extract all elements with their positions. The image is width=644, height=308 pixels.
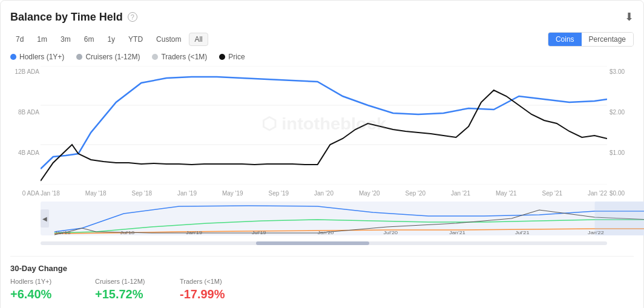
change-value-cruisers: +15.72%	[95, 287, 156, 301]
change-header-hodlers: Hodlers (1Y+)	[10, 278, 71, 285]
legend-traders: Traders (<1M)	[152, 53, 207, 61]
change-header-traders: Traders (<1M)	[180, 278, 240, 285]
balance-by-time-card: Balance by Time Held ? ⬇ 7d 1m 3m 6m 1y …	[0, 0, 644, 308]
mini-chart-area: ◀ Jan'18 Jul'18 Jan'19 Jul'19 Jan'20 Jul…	[41, 202, 644, 235]
x-label-jan18: Jan '18	[41, 190, 60, 197]
svg-text:Jul'21: Jul'21	[515, 230, 530, 235]
y-label-0: 0 ADA	[10, 190, 39, 197]
change-value-traders: -17.99%	[180, 287, 240, 301]
price-label: Price	[228, 53, 245, 61]
price-line	[41, 90, 607, 181]
hodlers-label: Hodlers (1Y+)	[19, 53, 64, 61]
main-chart-area: 12B ADA 8B ADA 4B ADA 0 ADA $3.00 $2.00 …	[10, 66, 634, 199]
view-btn-percentage[interactable]: Percentage	[582, 33, 633, 46]
svg-text:Jul'18: Jul'18	[120, 230, 135, 235]
scroll-track	[41, 241, 607, 245]
bottom-scrollbar[interactable]	[41, 239, 607, 247]
y-label-2: $2.00	[610, 109, 634, 116]
x-label-jan20: Jan '20	[314, 190, 334, 197]
traders-label: Traders (<1M)	[161, 53, 207, 61]
x-label-sep20: Sep '20	[406, 190, 426, 197]
main-chart-svg: ⬡ intotheblock	[41, 66, 607, 185]
help-icon[interactable]: ?	[128, 12, 137, 22]
x-label-sep19: Sep '19	[269, 190, 289, 197]
y-label-3: $3.00	[610, 68, 634, 75]
change-header-cruisers: Cruisers (1-12M)	[95, 278, 156, 285]
x-label-sep21: Sep '21	[542, 190, 563, 197]
watermark-text: ⬡ intotheblock	[261, 114, 387, 133]
legend-price: Price	[219, 53, 245, 61]
view-toggle: Coins Percentage	[548, 32, 634, 47]
time-controls: 7d 1m 3m 6m 1y YTD Custom All Coins Perc…	[10, 32, 634, 47]
svg-text:Jul'19: Jul'19	[252, 230, 266, 235]
scroll-arrow-left[interactable]: ◀	[41, 209, 49, 228]
title-area: Balance by Time Held ?	[10, 11, 137, 24]
legend-cruisers: Cruisers (1-12M)	[76, 53, 140, 61]
hodlers-dot	[10, 54, 16, 60]
time-btn-1m[interactable]: 1m	[31, 33, 53, 46]
mini-chart-svg: Jan'18 Jul'18 Jan'19 Jul'19 Jan'20 Jul'2…	[41, 202, 644, 235]
y-label-0d: $0.00	[610, 190, 634, 197]
time-btn-all[interactable]: All	[189, 33, 208, 46]
time-btn-3m[interactable]: 3m	[55, 33, 76, 46]
svg-text:Jan'20: Jan'20	[318, 230, 334, 235]
time-btn-custom[interactable]: Custom	[151, 33, 186, 46]
cruisers-label: Cruisers (1-12M)	[85, 53, 140, 61]
time-buttons-group: 7d 1m 3m 6m 1y YTD Custom All	[10, 33, 208, 46]
y-axis-right: $3.00 $2.00 $1.00 $0.00	[610, 66, 634, 199]
change-value-hodlers: +6.40%	[10, 287, 71, 301]
change-headers: Hodlers (1Y+) Cruisers (1-12M) Traders (…	[10, 278, 634, 285]
x-label-sep18: Sep '18	[131, 190, 152, 197]
y-label-8b: 8B ADA	[10, 109, 39, 116]
time-btn-7d[interactable]: 7d	[10, 33, 29, 46]
svg-text:Jul'20: Jul'20	[384, 230, 398, 235]
x-axis: Jan '18 May '18 Sep '18 Jan '19 May '19 …	[41, 187, 607, 199]
card-title: Balance by Time Held	[10, 11, 123, 24]
x-label-jan19: Jan '19	[177, 190, 197, 197]
change-section: 30-Day Change Hodlers (1Y+) Cruisers (1-…	[10, 256, 634, 301]
card-header: Balance by Time Held ? ⬇	[10, 10, 634, 24]
y-label-4b: 4B ADA	[10, 149, 39, 156]
x-label-may20: May '20	[359, 190, 380, 197]
y-label-1: $1.00	[610, 149, 634, 156]
cruisers-dot	[76, 54, 82, 60]
change-values: +6.40% +15.72% -17.99%	[10, 287, 634, 301]
legend: Hodlers (1Y+) Cruisers (1-12M) Traders (…	[10, 53, 634, 61]
change-title: 30-Day Change	[10, 264, 634, 273]
scroll-thumb[interactable]	[256, 241, 369, 245]
x-label-may21: May '21	[496, 190, 517, 197]
traders-dot	[152, 54, 158, 60]
x-label-may18: May '18	[85, 190, 107, 197]
y-label-12b: 12B ADA	[10, 68, 39, 75]
svg-text:Jan'21: Jan'21	[449, 230, 465, 235]
svg-text:Jan'18: Jan'18	[54, 230, 71, 235]
y-axis-left: 12B ADA 8B ADA 4B ADA 0 ADA	[10, 66, 39, 199]
view-btn-coins[interactable]: Coins	[548, 33, 582, 46]
price-dot	[219, 54, 225, 60]
download-icon[interactable]: ⬇	[625, 10, 634, 24]
svg-text:Jan'19: Jan'19	[186, 230, 202, 235]
x-label-may19: May '19	[222, 190, 243, 197]
svg-text:Jan'22: Jan'22	[588, 230, 604, 235]
legend-hodlers: Hodlers (1Y+)	[10, 53, 64, 61]
time-btn-6m[interactable]: 6m	[79, 33, 100, 46]
time-btn-1y[interactable]: 1y	[102, 33, 120, 46]
time-btn-ytd[interactable]: YTD	[123, 33, 148, 46]
x-label-jan22: Jan '22	[588, 190, 607, 197]
x-label-jan21: Jan '21	[451, 190, 470, 197]
chart-inner: ⬡ intotheblock	[41, 66, 607, 185]
